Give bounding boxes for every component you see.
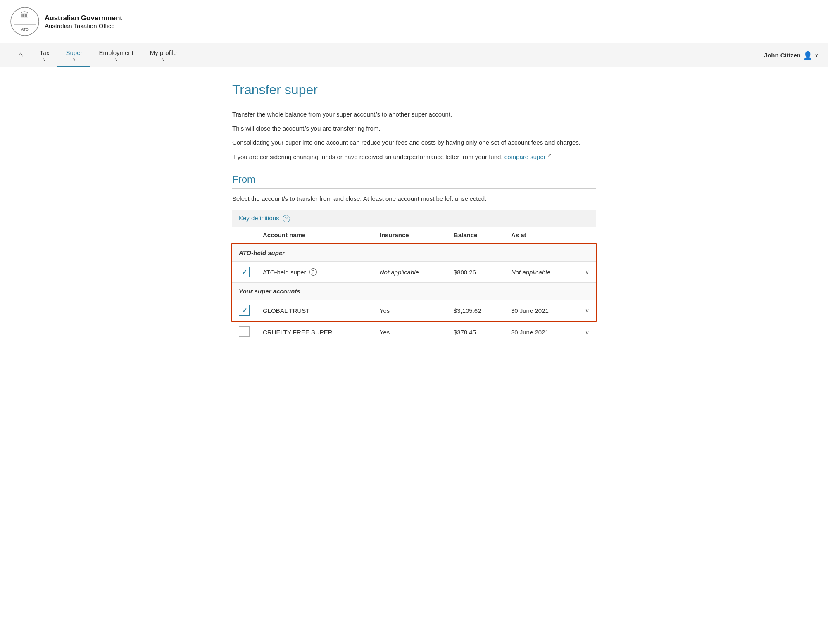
user-name: John Citizen — [764, 52, 801, 59]
nav-tax[interactable]: Tax ∨ — [31, 43, 57, 67]
page-title: Transfer super — [232, 82, 596, 103]
balance-global: $3,105.62 — [447, 300, 504, 321]
balance-cruelty: $378.45 — [447, 321, 504, 343]
insurance-global: Yes — [373, 300, 447, 321]
nav-super-chevron: ∨ — [73, 57, 76, 62]
col-as-at: As at — [504, 227, 578, 244]
from-section-title: From — [232, 174, 596, 189]
header: 🏛 ATO Australian Government Australian T… — [0, 0, 828, 43]
checkbox-cell-global[interactable] — [232, 300, 256, 321]
key-definitions-link[interactable]: Key definitions — [239, 215, 279, 222]
intro-line-4: If you are considering changing funds or… — [232, 152, 596, 162]
gov-line: Australian Government — [45, 14, 122, 22]
from-desc: Select the account/s to transfer from an… — [232, 194, 596, 204]
checkbox-global[interactable] — [239, 305, 250, 316]
expand-ato[interactable]: ∨ — [578, 262, 596, 283]
checkbox-cruelty[interactable] — [239, 326, 250, 337]
logo-area: 🏛 ATO Australian Government Australian T… — [10, 7, 122, 36]
table-body: ATO-held super ATO-held super ? Not appl… — [232, 244, 596, 343]
intro-line-3: Consolidating your super into one accoun… — [232, 138, 596, 148]
intro-line-1: Transfer the whole balance from your sup… — [232, 110, 596, 119]
account-name-cell-ato: ATO-held super ? — [256, 262, 373, 283]
group-label-ato: ATO-held super — [232, 244, 596, 262]
nav-super[interactable]: Super ∨ — [57, 43, 90, 67]
table-header: Account name Insurance Balance As at — [232, 227, 596, 244]
col-account-name: Account name — [256, 227, 373, 244]
accounts-table-wrapper: Account name Insurance Balance As at ATO… — [232, 227, 596, 343]
ato-crest-icon: 🏛 ATO — [10, 7, 40, 36]
svg-text:ATO: ATO — [21, 27, 29, 31]
group-label-super: Your super accounts — [232, 283, 596, 300]
nav-user[interactable]: John Citizen 👤 ∨ — [764, 43, 818, 67]
as-at-ato: Not applicable — [504, 262, 578, 283]
table-row: CRUELTY FREE SUPER Yes $378.45 30 June 2… — [232, 321, 596, 343]
nav-employment-chevron: ∨ — [115, 57, 118, 62]
insurance-ato: Not applicable — [373, 262, 447, 283]
nav-bar: ⌂ Tax ∨ Super ∨ Employment ∨ My profile … — [0, 43, 828, 67]
account-name-ato: ATO-held super — [263, 269, 306, 276]
nav-tax-chevron: ∨ — [43, 57, 46, 62]
nav-employment-label: Employment — [99, 49, 133, 56]
main-content: Transfer super Transfer the whole balanc… — [216, 67, 612, 358]
compare-super-link[interactable]: compare super — [504, 153, 546, 160]
home-icon: ⌂ — [18, 50, 23, 60]
key-definitions-bar: Key definitions ? — [232, 210, 596, 227]
col-balance: Balance — [447, 227, 504, 244]
expand-global[interactable]: ∨ — [578, 300, 596, 321]
checkbox-cell-cruelty[interactable] — [232, 321, 256, 343]
ato-line: Australian Taxation Office — [45, 22, 122, 29]
group-header-super: Your super accounts — [232, 283, 596, 300]
nav-myprofile[interactable]: My profile ∨ — [142, 43, 185, 67]
col-checkbox — [232, 227, 256, 244]
accounts-table: Account name Insurance Balance As at ATO… — [232, 227, 596, 343]
expand-cruelty[interactable]: ∨ — [578, 321, 596, 343]
nav-super-label: Super — [66, 49, 82, 56]
account-name-cell-global: GLOBAL TRUST — [256, 300, 373, 321]
nav-myprofile-chevron: ∨ — [162, 57, 165, 62]
insurance-cruelty: Yes — [373, 321, 447, 343]
user-chevron: ∨ — [815, 52, 818, 58]
logo-text: Australian Government Australian Taxatio… — [45, 14, 122, 29]
col-expand — [578, 227, 596, 244]
account-help-icon-ato[interactable]: ? — [309, 268, 317, 276]
nav-myprofile-label: My profile — [150, 49, 177, 56]
account-name-cell-cruelty: CRUELTY FREE SUPER — [256, 321, 373, 343]
nav-tax-label: Tax — [40, 49, 49, 56]
checkbox-cell-ato[interactable] — [232, 262, 256, 283]
table-row: GLOBAL TRUST Yes $3,105.62 30 June 2021 … — [232, 300, 596, 321]
external-link-icon: ↗ — [547, 153, 551, 157]
balance-ato: $800.26 — [447, 262, 504, 283]
nav-employment[interactable]: Employment ∨ — [90, 43, 141, 67]
as-at-cruelty: 30 June 2021 — [504, 321, 578, 343]
table-row: ATO-held super ? Not applicable $800.26 … — [232, 262, 596, 283]
user-icon: 👤 — [803, 51, 812, 60]
col-insurance: Insurance — [373, 227, 447, 244]
checkbox-ato[interactable] — [239, 267, 250, 277]
intro-line-2: This will close the account/s you are tr… — [232, 124, 596, 134]
key-definitions-help-icon[interactable]: ? — [283, 215, 290, 222]
group-header-ato: ATO-held super — [232, 244, 596, 262]
svg-text:🏛: 🏛 — [21, 11, 29, 20]
as-at-global: 30 June 2021 — [504, 300, 578, 321]
nav-home[interactable]: ⌂ — [10, 43, 31, 67]
